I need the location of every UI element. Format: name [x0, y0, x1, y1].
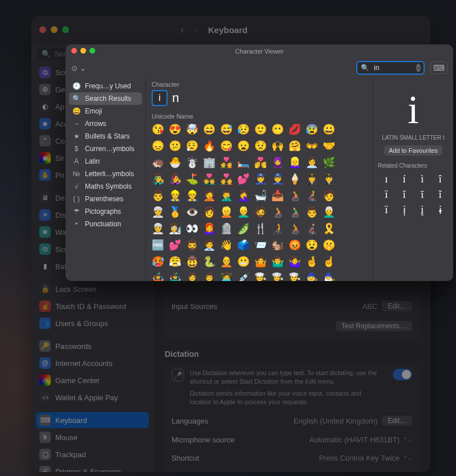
forward-icon[interactable]: › — [194, 24, 198, 36]
related-character[interactable]: ĭ — [400, 189, 410, 201]
emoji-cell[interactable]: 😤 — [168, 254, 182, 269]
emoji-cell[interactable]: 👩‍⚕️ — [185, 271, 199, 281]
emoji-cell[interactable]: 😋 — [219, 139, 234, 153]
emoji-cell[interactable]: 🧔‍♂️ — [185, 238, 199, 253]
back-icon[interactable]: ‹ — [181, 24, 184, 36]
emoji-cell[interactable]: 🧑 — [321, 188, 336, 203]
emoji-cell[interactable]: 🧑‍🦼 — [304, 188, 319, 203]
category-parentheses[interactable]: ( )Parentheses — [69, 193, 142, 205]
emoji-cell[interactable]: 👮 — [253, 172, 268, 186]
emoji-cell[interactable]: 👨‍⚕️ — [202, 271, 217, 281]
character-search-field[interactable]: 🔍 ✕ — [356, 61, 425, 75]
emoji-cell[interactable]: 🤹 — [150, 271, 165, 281]
emoji-cell[interactable]: 💑 — [219, 155, 234, 170]
compact-view-icon[interactable]: ⌨ — [430, 62, 447, 74]
emoji-cell[interactable]: 👁️ — [185, 205, 199, 219]
emoji-cell[interactable]: 🤷 — [253, 254, 268, 269]
emoji-cell[interactable]: 🐍 — [202, 254, 217, 269]
emoji-cell[interactable]: 👩‍🦼 — [304, 221, 319, 236]
add-to-favourites-button[interactable]: Add to Favourites — [384, 145, 442, 156]
emoji-cell[interactable]: 🛏️ — [236, 155, 251, 170]
emoji-cell[interactable]: 😄 — [202, 122, 217, 137]
emoji-cell[interactable]: 👋 — [219, 238, 234, 253]
emoji-cell[interactable]: 🤦‍♀️ — [236, 188, 251, 203]
emoji-cell[interactable]: 🥵 — [150, 254, 165, 269]
related-character[interactable]: ı — [381, 173, 392, 185]
emoji-cell[interactable]: 🪦 — [219, 221, 234, 236]
category-search-results[interactable]: 🔍Search Results — [69, 92, 142, 105]
emoji-cell[interactable]: 🫛 — [236, 221, 251, 236]
emoji-cell[interactable]: 👩‍💼 — [304, 155, 319, 170]
emoji-cell[interactable]: 🛁 — [253, 188, 268, 203]
emoji-cell[interactable]: 👱 — [219, 205, 234, 219]
emoji-cell[interactable]: 👨‍🦽 — [287, 205, 302, 219]
emoji-cell[interactable]: 🗳️ — [236, 238, 251, 253]
emoji-cell[interactable]: 🍴 — [253, 221, 268, 236]
emoji-cell[interactable]: 👨‍✈️ — [321, 172, 336, 186]
emoji-cell[interactable]: 🧔 — [253, 205, 268, 219]
emoji-cell[interactable]: 👳‍♂️ — [150, 221, 165, 236]
emoji-cell[interactable]: 😶 — [270, 122, 285, 137]
category-curren-ymbols[interactable]: $Curren…ymbols — [69, 143, 142, 155]
related-character[interactable]: í — [400, 173, 410, 185]
sidebar-item-printers-scanners[interactable]: 🖨Printers & Scanners — [36, 463, 149, 472]
emoji-cell[interactable]: 🤦‍♂️ — [219, 188, 234, 203]
emoji-cell[interactable]: 🧑‍💼 — [202, 238, 217, 253]
sidebar-item-mouse[interactable]: 🖱Mouse — [36, 429, 149, 445]
emoji-cell[interactable]: 😦 — [236, 139, 251, 153]
emoji-cell[interactable]: 🐣 — [168, 155, 182, 170]
related-character[interactable]: î — [435, 173, 446, 185]
emoji-cell[interactable]: 🤝 — [321, 139, 336, 153]
emoji-cell[interactable]: 😧 — [304, 238, 319, 253]
sidebar-item-passwords[interactable]: 🔑Passwords — [36, 338, 149, 354]
sidebar-item-wallet-apple-pay[interactable]: ▭Wallet & Apple Pay — [36, 389, 149, 405]
emoji-cell[interactable]: 👮‍♂️ — [270, 172, 285, 186]
related-character[interactable]: ì — [417, 173, 427, 185]
related-character[interactable]: ị — [400, 204, 410, 217]
emoji-cell[interactable]: 👷 — [168, 188, 182, 203]
emoji-cell[interactable]: 😍 — [168, 122, 182, 137]
related-character[interactable]: ï — [381, 204, 392, 217]
emoji-cell[interactable]: 👨‍🦳 — [321, 205, 336, 219]
emoji-cell[interactable]: 👷‍♂️ — [185, 188, 199, 203]
emoji-cell[interactable]: 🤷‍♂️ — [270, 254, 285, 269]
emoji-cell[interactable]: 👩‍✈️ — [304, 172, 319, 186]
minimize-icon[interactable] — [80, 48, 86, 54]
emoji-cell[interactable]: 👳 — [150, 205, 165, 219]
emoji-cell[interactable]: 👩‍🔬 — [168, 221, 182, 236]
related-character[interactable]: ï — [381, 189, 392, 201]
sidebar-item-keyboard[interactable]: ⌨Keyboard — [36, 412, 149, 428]
sidebar-item-users-groups[interactable]: 👥Users & Groups — [36, 315, 149, 331]
emoji-cell[interactable]: 👨‍🎤 — [150, 172, 165, 186]
emoji-cell[interactable]: 💏 — [253, 155, 268, 170]
category-latin[interactable]: ALatin — [69, 155, 142, 168]
character-search-input[interactable] — [373, 63, 413, 72]
related-character[interactable]: ɨ — [435, 204, 446, 217]
emoji-cell[interactable]: 🤦 — [202, 188, 217, 203]
emoji-cell[interactable]: 👱‍♂️ — [236, 205, 251, 219]
emoji-cell[interactable]: 📥 — [270, 188, 285, 203]
emoji-cell[interactable]: 😥 — [236, 122, 251, 137]
emoji-cell[interactable]: 😅 — [219, 122, 234, 137]
emoji-cell[interactable]: 🧑‍🦽 — [287, 188, 302, 203]
emoji-cell[interactable]: 🧑‍🍳 — [253, 271, 268, 281]
emoji-cell[interactable]: 🧑‍🦯 — [270, 221, 285, 236]
emoji-cell[interactable]: 🌿 — [321, 155, 336, 170]
emoji-cell[interactable]: 💉 — [236, 271, 251, 281]
mic-source-popup[interactable]: Automatic (HAVIT H631BT) ⌃⌄ — [310, 436, 412, 444]
emoji-cell[interactable]: 🤠 — [185, 254, 199, 269]
emoji-cell[interactable]: 🧑‍🦽 — [270, 205, 285, 219]
emoji-cell[interactable]: 🤹‍♂️ — [168, 271, 182, 281]
emoji-cell[interactable]: 🧙‍♂️ — [321, 271, 336, 281]
emoji-cell[interactable]: 🤞 — [304, 254, 319, 269]
emoji-cell[interactable]: 💑 — [219, 172, 234, 186]
emoji-cell[interactable]: 🥇 — [168, 205, 182, 219]
emoji-cell[interactable]: 🍦 — [287, 172, 302, 186]
close-icon[interactable] — [71, 48, 77, 54]
category-maths-symbols[interactable]: √Maths Symbols — [69, 180, 142, 193]
emoji-cell[interactable]: 😞 — [150, 139, 165, 153]
emoji-cell[interactable]: 😡 — [287, 238, 302, 253]
emoji-cell[interactable]: 👩‍🍳 — [270, 271, 285, 281]
clear-icon[interactable]: ✕ — [416, 64, 421, 72]
related-character[interactable]: į — [417, 204, 427, 217]
